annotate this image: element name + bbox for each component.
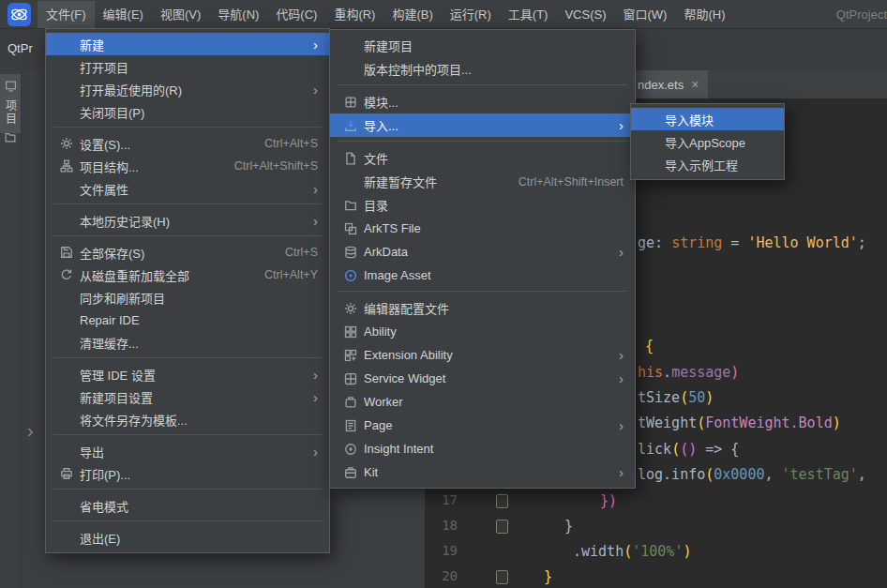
new-submenu-item-19[interactable]: Insight Intent — [330, 437, 635, 460]
file-menu-item-24[interactable]: 省电模式 — [46, 494, 329, 517]
menubar-item-1[interactable]: 编辑(E) — [95, 1, 152, 28]
menubar-item-9[interactable]: VCS(S) — [556, 1, 614, 28]
menu-separator — [46, 232, 329, 241]
menu-item-label: 文件 — [364, 149, 388, 167]
new-submenu-item-6[interactable]: 文件 — [330, 146, 635, 170]
import-submenu-item-2[interactable]: 导入示例工程 — [631, 153, 784, 175]
new-submenu-item-9[interactable]: ArkTS File — [330, 217, 635, 240]
file-menu-item-15[interactable]: 清理缓存... — [46, 331, 329, 354]
run-configuration-label[interactable]: QtProject — [836, 8, 887, 22]
new-submenu-item-11[interactable]: Image Asset — [330, 264, 635, 287]
new-submenu-item-7[interactable]: 新建暂存文件Ctrl+Alt+Shift+Insert — [330, 170, 635, 193]
import-icon — [341, 119, 360, 132]
menu-item-label: 导入... — [364, 116, 398, 134]
menu-separator — [330, 287, 635, 296]
menu-separator — [46, 354, 329, 363]
file-menu-item-19[interactable]: 将文件另存为模板... — [46, 408, 329, 430]
new-submenu-item-1[interactable]: 版本控制中的项目... — [330, 57, 635, 81]
file-menu-item-26[interactable]: 退出(E) — [46, 526, 329, 549]
menu-item-label: 管理 IDE 设置 — [80, 366, 156, 384]
menubar-item-11[interactable]: 帮助(H) — [675, 1, 733, 28]
file-menu-item-3[interactable]: 关闭项目(P) — [46, 100, 329, 123]
new-submenu-item-13[interactable]: 编辑器配置文件 — [330, 296, 635, 320]
menu-item-label: 版本控制中的项目... — [364, 60, 472, 78]
file-menu-item-18[interactable]: 新建项目设置› — [46, 385, 329, 408]
file-menu-item-2[interactable]: 打开最近使用的(R)› — [46, 78, 329, 100]
new-submenu-item-8[interactable]: 目录 — [330, 193, 635, 217]
file-menu-item-11[interactable]: 全部保存(S)Ctrl+S — [46, 241, 329, 264]
file-menu-item-17[interactable]: 管理 IDE 设置› — [46, 363, 329, 385]
menu-bar: 文件(F)编辑(E)视图(V)导航(N)代码(C)重构(R)构建(B)运行(R)… — [0, 0, 887, 29]
menubar-item-5[interactable]: 重构(R) — [325, 1, 383, 28]
file-menu-item-6[interactable]: 项目结构...Ctrl+Alt+Shift+S — [46, 155, 329, 177]
menu-separator — [46, 517, 329, 526]
import-submenu-item-0[interactable]: 导入模块 — [631, 108, 784, 130]
insight-icon — [341, 443, 360, 456]
submenu-arrow-icon: › — [313, 83, 318, 97]
page-icon — [341, 419, 360, 432]
submenu-arrow-icon: › — [619, 465, 624, 479]
menu-item-label: 打开项目 — [80, 58, 128, 76]
new-submenu-item-14[interactable]: Ability — [330, 320, 635, 343]
new-submenu-item-16[interactable]: Service Widget› — [330, 367, 635, 390]
project-tool-tab[interactable]: 项目 — [0, 74, 21, 133]
file-menu-item-12[interactable]: 从磁盘重新加载全部Ctrl+Alt+Y — [46, 264, 329, 286]
submenu-arrow-icon: › — [313, 445, 318, 459]
new-submenu-item-0[interactable]: 新建项目 — [330, 34, 635, 57]
shortcut-label: Ctrl+S — [263, 246, 318, 259]
menubar-item-7[interactable]: 运行(R) — [442, 1, 500, 28]
new-submenu-popup: 新建项目版本控制中的项目...模块...导入...›文件新建暂存文件Ctrl+A… — [329, 29, 636, 489]
submenu-arrow-icon: › — [313, 368, 318, 382]
folder-icon — [341, 199, 360, 212]
menu-item-label: 关闭项目(P) — [80, 103, 144, 121]
menu-item-label: 导出 — [80, 443, 104, 460]
menu-item-label: 新建项目 — [364, 37, 413, 54]
submenu-arrow-icon: › — [619, 371, 624, 385]
new-submenu-item-18[interactable]: Page› — [330, 414, 635, 437]
new-submenu-item-15[interactable]: Extension Ability› — [330, 343, 635, 367]
menubar-item-6[interactable]: 构建(B) — [383, 1, 441, 28]
menu-item-label: 同步和刷新项目 — [80, 289, 165, 307]
close-tab-icon[interactable]: × — [691, 78, 699, 91]
menu-item-label: 编辑器配置文件 — [364, 299, 449, 317]
menu-item-label: 全部保存(S) — [80, 244, 144, 262]
file-menu-item-1[interactable]: 打开项目 — [46, 55, 329, 78]
menu-bar-items: 文件(F)编辑(E)视图(V)导航(N)代码(C)重构(R)构建(B)运行(R)… — [38, 1, 733, 28]
file-menu-item-5[interactable]: 设置(S)...Ctrl+Alt+S — [46, 132, 329, 155]
image-icon — [341, 269, 360, 282]
new-submenu-item-4[interactable]: 导入...› — [330, 113, 635, 137]
file-menu-item-13[interactable]: 同步和刷新项目 — [46, 286, 329, 309]
file-menu-item-22[interactable]: 打印(P)... — [46, 462, 329, 485]
folder-tool-icon[interactable] — [4, 130, 17, 147]
menubar-item-0[interactable]: 文件(F) — [38, 1, 95, 28]
worker-icon — [341, 396, 360, 409]
menu-separator — [46, 430, 329, 440]
file-menu-item-14[interactable]: Repair IDE — [46, 309, 329, 331]
chevron-right-icon[interactable]: › — [27, 420, 34, 442]
menubar-item-8[interactable]: 工具(T) — [500, 1, 557, 28]
menu-item-label: 设置(S)... — [80, 135, 130, 153]
file-menu-item-9[interactable]: 本地历史记录(H)› — [46, 209, 329, 232]
menubar-item-4[interactable]: 代码(C) — [267, 1, 325, 28]
new-submenu-item-17[interactable]: Worker — [330, 390, 635, 414]
menu-item-label: 新建暂存文件 — [364, 173, 437, 190]
file-menu-item-0[interactable]: 新建› — [46, 33, 329, 55]
shortcut-label: Ctrl+Alt+S — [242, 137, 318, 150]
service-widget-icon — [341, 372, 360, 385]
menubar-item-3[interactable]: 导航(N) — [209, 1, 267, 28]
menu-item-label: 打开最近使用的(R) — [80, 81, 182, 98]
project-name-widget[interactable]: QtPr — [8, 41, 33, 55]
import-submenu-item-1[interactable]: 导入AppScope — [631, 130, 784, 153]
kit-icon — [341, 466, 360, 479]
submenu-arrow-icon: › — [313, 182, 318, 196]
menu-item-label: Extension Ability — [364, 348, 453, 362]
menubar-item-2[interactable]: 视图(V) — [152, 1, 209, 28]
new-submenu-item-10[interactable]: ArkData› — [330, 240, 635, 264]
menubar-item-10[interactable]: 窗口(W) — [615, 1, 676, 28]
shortcut-label: Ctrl+Alt+Y — [242, 268, 318, 281]
file-menu-item-7[interactable]: 文件属性› — [46, 177, 329, 200]
app-logo-icon[interactable] — [8, 3, 31, 26]
file-menu-item-21[interactable]: 导出› — [46, 440, 329, 462]
new-submenu-item-20[interactable]: Kit› — [330, 460, 635, 484]
new-submenu-item-3[interactable]: 模块... — [330, 90, 635, 113]
